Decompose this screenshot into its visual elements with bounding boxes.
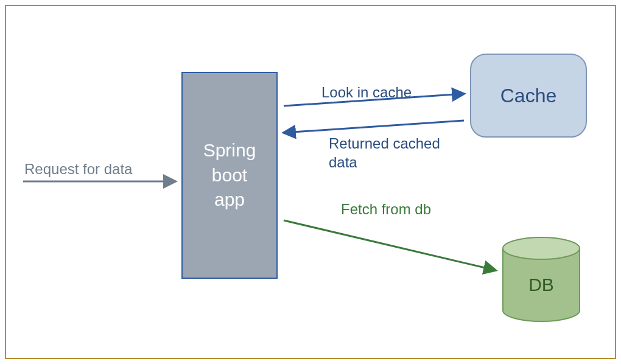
cache-node: Cache: [470, 54, 587, 138]
db-label: DB: [502, 236, 581, 323]
request-arrow-label: Request for data: [24, 161, 132, 178]
returned-cached-data-arrow-label: Returned cached data: [329, 134, 463, 172]
spring-boot-app-node: Springbootapp: [181, 72, 278, 279]
cache-label: Cache: [500, 85, 557, 107]
spring-boot-app-label: Springbootapp: [203, 138, 256, 212]
look-in-cache-arrow-label: Look in cache: [321, 84, 412, 101]
fetch-from-db-arrow-label: Fetch from db: [341, 201, 431, 218]
